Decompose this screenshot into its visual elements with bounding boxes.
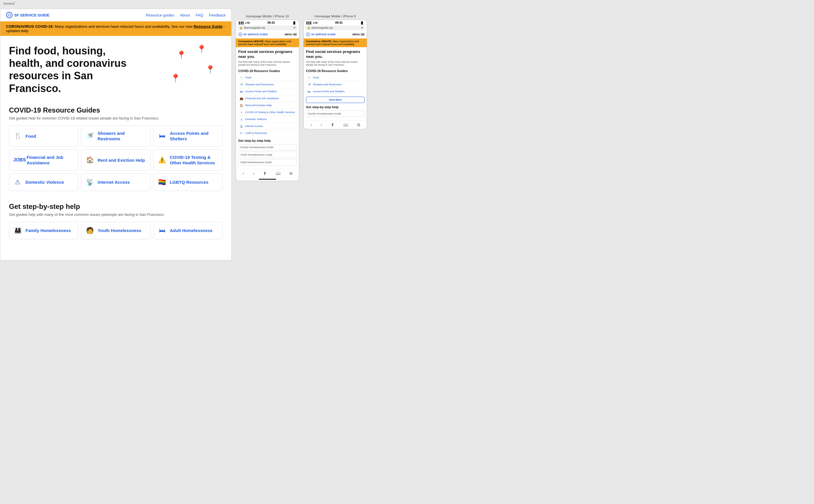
url-text: sfserviceguide.org: [244, 26, 265, 29]
iphone9-menu-label: MENU: [352, 33, 360, 36]
resource-card-shelters[interactable]: 🛏 Access Points and Shelters: [153, 126, 223, 147]
iphone9-mobile-nav: SF SERVICE GUIDE MENU: [304, 31, 367, 38]
rent-icon: 🏠: [85, 156, 94, 164]
iphone10-logo-circle: [238, 32, 242, 36]
iphone10-status-bar: ▌▌▌ LTE 09:41 ▐▌: [236, 20, 299, 25]
iphone10-nav-logo[interactable]: SF SERVICE GUIDE: [238, 32, 268, 36]
iphone9-step-title: Get step-by-step help: [306, 105, 364, 109]
iphone10-step-youth[interactable]: Youth Homelessness Guide: [238, 152, 297, 158]
iphone10-domestic-label: Domestic Violence: [245, 118, 266, 121]
iphone9-item-showers[interactable]: 🚿 Showers and Restrooms: [306, 81, 364, 88]
iphone10-item-financial[interactable]: 💼 Financial and Job Assistance: [238, 95, 297, 102]
iphone10-item-domestic[interactable]: ⚠ Domestic Violence: [238, 116, 297, 123]
iphone10-item-lgbtq[interactable]: 🏳 LGBTQ Resources: [238, 130, 297, 137]
iphone10-item-food[interactable]: 🍴 Food: [238, 74, 297, 81]
iphone9-share-icon[interactable]: ⬆: [331, 122, 334, 127]
nav-resource-guides[interactable]: Resource guides: [146, 13, 174, 17]
alert-resource-guide-link[interactable]: Resource Guide: [194, 24, 223, 29]
step-card-youth[interactable]: 🧑 Youth Homelessness: [81, 222, 150, 239]
iphone10-item-testing[interactable]: ⚕ COVID-19 Testing & Other Health Servic…: [238, 109, 297, 116]
family-label: Family Homelessness: [25, 228, 71, 233]
iphone9-forward-icon[interactable]: ›: [321, 122, 322, 127]
iphone10-item-internet[interactable]: 📡 Internet Access: [238, 123, 297, 130]
nav-faq[interactable]: FAQ: [196, 13, 203, 17]
reload-icon[interactable]: ↺: [293, 26, 295, 29]
step-card-adult[interactable]: 🛏 Adult Homelessness: [153, 222, 223, 239]
iphone9-step-family[interactable]: Family Homelessness Guide: [306, 111, 364, 117]
iphone10-alert: Coronavirus UPDATE: Many organizations a…: [236, 38, 299, 47]
iphone10-lgbtq-icon: 🏳: [239, 132, 243, 135]
iphone9-hamburger-icon: [361, 33, 364, 36]
iphone9-showers-label: Showers and Restrooms: [313, 83, 341, 86]
iphone9-url-bar-left: 🔒 sfserviceguide.org: [307, 26, 332, 29]
iphone9-menu-button[interactable]: MENU: [352, 33, 365, 36]
bookmarks-icon[interactable]: 📖: [275, 171, 280, 176]
svg-point-0: [8, 14, 10, 16]
desktop-nav: SF SERVICE GUIDE Resource guides About F…: [0, 9, 231, 21]
iphone9-bookmarks-icon[interactable]: 📖: [343, 122, 348, 127]
nav-logo[interactable]: SF SERVICE GUIDE: [6, 12, 49, 18]
jobs-label: Financial and Job Assistance: [27, 154, 74, 166]
status-left: ▌▌▌ LTE: [239, 21, 250, 24]
iphone9-view-more-button[interactable]: View More: [306, 97, 364, 103]
iphone9-shelters-label: Access Points and Shelters: [313, 90, 345, 93]
domestic-icon: ⚠: [13, 179, 22, 186]
resource-card-internet[interactable]: 📡 Internet Access: [81, 174, 150, 191]
hamburger-icon: [293, 33, 297, 36]
showers-label: Showers and Restrooms: [98, 130, 146, 142]
iphone10-home-indicator: [236, 178, 299, 181]
iphone10-item-showers[interactable]: 🚿 Showers and Restrooms: [238, 81, 297, 88]
testing-icon: ⚠️: [158, 156, 166, 164]
nav-feedback[interactable]: Feedback: [209, 13, 225, 17]
step-section-subtitle: Get guided help with many of the most co…: [9, 212, 223, 217]
resource-card-food[interactable]: 🍴 Food: [9, 126, 78, 147]
iphone10-item-rent[interactable]: 🏠 Rent and Eviction Help: [238, 102, 297, 109]
step-card-family[interactable]: 👨‍👩‍👧 Family Homelessness: [9, 222, 78, 239]
iphone10-step-adult[interactable]: Adult Homelessness Guide: [238, 159, 297, 165]
iphone9-nav-logo[interactable]: SF SERVICE GUIDE: [306, 32, 335, 36]
tabs-icon[interactable]: ⧉: [289, 171, 292, 176]
shelters-label: Access Points and Shelters: [170, 130, 218, 142]
shelters-icon: 🛏: [158, 132, 166, 140]
status-right: ▐▌: [292, 21, 296, 24]
resource-grid: 🍴 Food 🚿 Showers and Restrooms 🛏 Access …: [9, 126, 223, 191]
iphone10-step-title: Get step-by-step help: [238, 139, 297, 142]
iphone10-item-shelters[interactable]: 🛏 Access Points and Shelters: [238, 88, 297, 95]
iphone10-bottom-bar: ‹ › ⬆ 📖 ⧉: [236, 169, 299, 178]
lgbtq-icon: 🏳️‍🌈: [158, 179, 166, 186]
youth-icon: 🧑: [85, 227, 94, 234]
food-label: Food: [25, 133, 36, 139]
iphone9-tabs-icon[interactable]: ⧉: [357, 122, 360, 127]
iphone10-url-bar[interactable]: 🔒 sfserviceguide.org ↺: [238, 25, 297, 30]
forward-icon[interactable]: ›: [253, 171, 254, 176]
iphone9-reload-icon[interactable]: ↺: [361, 26, 363, 29]
iphone9-wrapper: Homepage Mobile / iPhone 9 ▌▌▌ LTE 09:41…: [303, 14, 367, 255]
iphone10-step-family[interactable]: Family Homelessness Guide: [238, 144, 297, 150]
back-icon[interactable]: ‹: [242, 171, 244, 176]
status-time: 09:41: [267, 21, 275, 24]
iphone9-showers-icon: 🚿: [307, 83, 311, 86]
iphone9-bottom-bar: ‹ › ⬆ 📖 ⧉: [304, 120, 367, 129]
iphone9-hero-headline: Find social services programs near you.: [306, 49, 364, 59]
resource-card-domestic[interactable]: ⚠ Domestic Violence: [9, 174, 78, 191]
adult-icon: 🛏: [158, 227, 166, 234]
iphone9-status-left: ▌▌▌ LTE: [306, 21, 317, 24]
iphone9-item-shelters[interactable]: 🛏 Access Points and Shelters: [306, 88, 364, 95]
resource-card-showers[interactable]: 🚿 Showers and Restrooms: [81, 126, 150, 147]
network-label: LTE: [245, 21, 250, 24]
resource-card-rent[interactable]: 🏠 Rent and Eviction Help: [81, 150, 150, 171]
iphone10-menu-button[interactable]: MENU: [285, 33, 297, 36]
iphone9-item-food[interactable]: 🍴 Food: [306, 74, 364, 81]
resource-card-jobs[interactable]: JOBS Financial and Job Assistance: [9, 150, 78, 171]
resource-card-lgbtq[interactable]: 🏳️‍🌈 LGBTQ Resources: [153, 174, 223, 191]
nav-about[interactable]: About: [180, 13, 190, 17]
iphone9-url-bar[interactable]: 🔒 sfserviceguide.org ↺: [305, 25, 365, 30]
iphone9-back-icon[interactable]: ‹: [310, 122, 312, 127]
iphone9-alert: Coronavirus UPDATE: Many organizations a…: [304, 38, 367, 47]
share-icon[interactable]: ⬆: [263, 171, 266, 176]
battery-icon: ▐▌: [292, 21, 296, 24]
iphone9-logo-text: SF SERVICE GUIDE: [311, 33, 335, 36]
resource-card-testing[interactable]: ⚠️ COVID-19 Testing & Other Health Servi…: [153, 150, 223, 171]
iphone9-secure-icon: 🔒: [307, 26, 310, 29]
iphone10-covid-list: 🍴 Food 🚿 Showers and Restrooms 🛏 Access …: [238, 74, 297, 137]
